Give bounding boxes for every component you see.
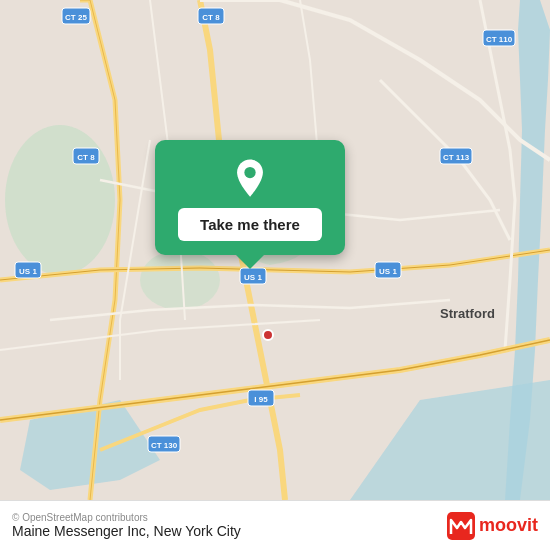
svg-text:US 1: US 1	[244, 273, 262, 282]
bottom-info: © OpenStreetMap contributors Maine Messe…	[12, 512, 241, 539]
bottom-bar: © OpenStreetMap contributors Maine Messe…	[0, 500, 550, 550]
svg-text:CT 8: CT 8	[77, 153, 95, 162]
svg-text:CT 113: CT 113	[443, 153, 470, 162]
moovit-brand-text: moovit	[479, 515, 538, 536]
svg-text:CT 130: CT 130	[151, 441, 178, 450]
map-container: CT 25 CT 8 CT 8 CT 110 CT 113 US 1 US 1 …	[0, 0, 550, 500]
svg-point-2	[140, 250, 220, 310]
take-me-there-button[interactable]: Take me there	[178, 208, 322, 241]
svg-point-24	[263, 330, 273, 340]
svg-text:CT 25: CT 25	[65, 13, 87, 22]
svg-point-25	[244, 167, 255, 178]
moovit-logo: moovit	[447, 512, 538, 540]
svg-text:Stratford: Stratford	[440, 306, 495, 321]
svg-point-1	[5, 125, 115, 275]
location-pin-icon	[229, 158, 271, 200]
svg-text:I 95: I 95	[254, 395, 268, 404]
location-popup: Take me there	[155, 140, 345, 255]
moovit-brand-icon	[447, 512, 475, 540]
attribution-text: © OpenStreetMap contributors	[12, 512, 241, 523]
svg-text:US 1: US 1	[379, 267, 397, 276]
svg-text:US 1: US 1	[19, 267, 37, 276]
location-title: Maine Messenger Inc, New York City	[12, 523, 241, 539]
svg-text:CT 8: CT 8	[202, 13, 220, 22]
svg-text:CT 110: CT 110	[486, 35, 513, 44]
